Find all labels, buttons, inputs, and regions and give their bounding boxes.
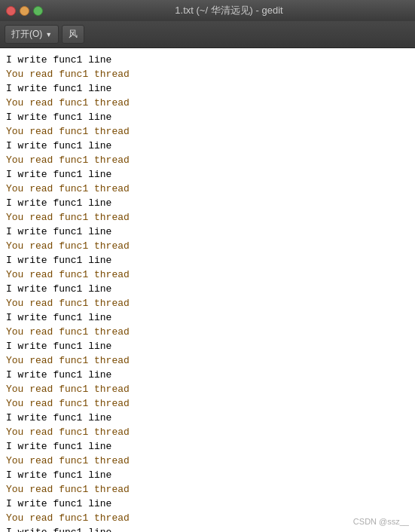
code-line: I write func1 line: [6, 411, 409, 425]
code-line: You read func1 thread: [6, 153, 409, 167]
save-button[interactable]: 风: [62, 25, 84, 44]
code-line: You read func1 thread: [6, 511, 409, 525]
close-button[interactable]: [6, 6, 16, 16]
code-line: You read func1 thread: [6, 182, 409, 196]
code-line: I write func1 line: [6, 139, 409, 153]
code-line: You read func1 thread: [6, 325, 409, 339]
code-line: I write func1 line: [6, 225, 409, 239]
maximize-button[interactable]: [33, 6, 43, 16]
code-line: I write func1 line: [6, 525, 409, 532]
save-label: 风: [69, 29, 78, 39]
code-line: I write func1 line: [6, 53, 409, 67]
code-line: You read func1 thread: [6, 67, 409, 81]
dropdown-arrow-icon: ▼: [45, 31, 52, 38]
code-line: You read func1 thread: [6, 96, 409, 110]
code-line: You read func1 thread: [6, 124, 409, 139]
code-line: I write func1 line: [6, 497, 409, 511]
watermark: CSDN @ssz__: [353, 517, 409, 526]
code-line: I write func1 line: [6, 439, 409, 454]
open-button[interactable]: 打开(O) ▼: [5, 25, 59, 44]
window-controls: [6, 6, 43, 16]
minimize-button[interactable]: [20, 6, 29, 16]
code-line: I write func1 line: [6, 253, 409, 268]
code-line: You read func1 thread: [6, 296, 409, 310]
code-line: You read func1 thread: [6, 382, 409, 396]
title-bar: 1.txt (~/ 华清远见) - gedit: [0, 0, 415, 21]
code-line: You read func1 thread: [6, 454, 409, 468]
code-line: I write func1 line: [6, 468, 409, 482]
code-line: I write func1 line: [6, 339, 409, 353]
window-title: 1.txt (~/ 华清远见) - gedit: [49, 4, 409, 17]
code-line: I write func1 line: [6, 81, 409, 96]
code-line: You read func1 thread: [6, 239, 409, 253]
code-line: I write func1 line: [6, 167, 409, 182]
code-content: I write func1 lineYou read func1 threadI…: [6, 53, 409, 532]
code-line: You read func1 thread: [6, 268, 409, 282]
toolbar: 打开(O) ▼ 风: [0, 21, 415, 48]
code-line: I write func1 line: [6, 110, 409, 124]
code-line: You read func1 thread: [6, 353, 409, 368]
code-line: I write func1 line: [6, 368, 409, 382]
code-line: You read func1 thread: [6, 482, 409, 497]
code-line: I write func1 line: [6, 310, 409, 325]
code-line: You read func1 thread: [6, 210, 409, 225]
open-label: 打开(O): [11, 28, 42, 41]
code-line: I write func1 line: [6, 196, 409, 210]
editor-area[interactable]: I write func1 lineYou read func1 threadI…: [0, 48, 415, 532]
code-line: You read func1 thread: [6, 425, 409, 439]
code-line: You read func1 thread: [6, 396, 409, 411]
code-line: I write func1 line: [6, 282, 409, 296]
